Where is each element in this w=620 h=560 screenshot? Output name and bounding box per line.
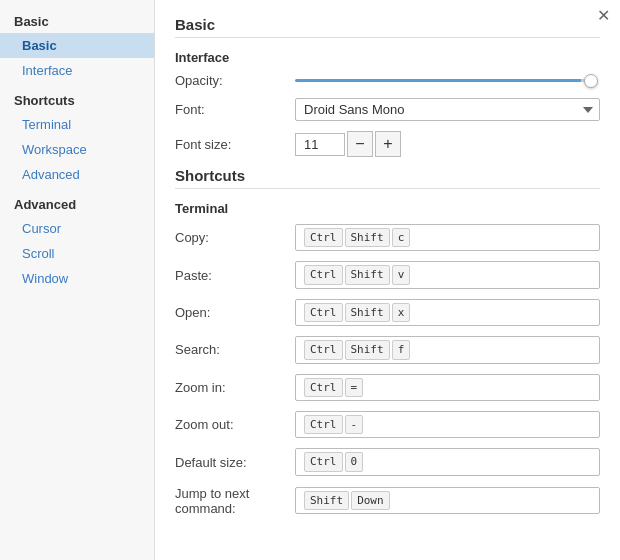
shortcut-input[interactable]: CtrlShiftf: [295, 336, 600, 363]
shortcut-label: Open:: [175, 305, 295, 320]
opacity-control: [295, 79, 600, 82]
font-size-row: Font size: 11 − +: [175, 131, 600, 157]
opacity-label: Opacity:: [175, 73, 295, 88]
sidebar-item-terminal[interactable]: Terminal: [0, 112, 154, 137]
font-size-label: Font size:: [175, 137, 295, 152]
key-badge: Ctrl: [304, 415, 343, 434]
key-badge: Shift: [345, 340, 390, 359]
font-size-input-group: 11 − +: [295, 131, 600, 157]
key-badge: Down: [351, 491, 390, 510]
sidebar-item-cursor[interactable]: Cursor: [0, 216, 154, 241]
page-title: Basic: [175, 16, 600, 38]
key-badge: v: [392, 265, 411, 284]
shortcut-label: Paste:: [175, 268, 295, 283]
font-control: Droid Sans Mono Consolas Courier New Mon…: [295, 98, 600, 121]
shortcut-row: Paste:CtrlShiftv: [175, 261, 600, 288]
shortcut-input[interactable]: Ctrl0: [295, 448, 600, 475]
shortcut-input[interactable]: CtrlShiftx: [295, 299, 600, 326]
dialog: ✕ Basic Basic Interface Shortcuts Termin…: [0, 0, 620, 560]
font-size-increase-button[interactable]: +: [375, 131, 401, 157]
sidebar: Basic Basic Interface Shortcuts Terminal…: [0, 0, 155, 560]
shortcut-label: Zoom in:: [175, 380, 295, 395]
shortcut-control: ShiftDown: [295, 487, 600, 514]
shortcut-label: Default size:: [175, 455, 295, 470]
shortcut-input[interactable]: ShiftDown: [295, 487, 600, 514]
shortcut-control: CtrlShiftv: [295, 261, 600, 288]
shortcut-row: Default size:Ctrl0: [175, 448, 600, 475]
shortcut-row: Jump to next command:ShiftDown: [175, 486, 600, 516]
opacity-row: Opacity:: [175, 73, 600, 88]
shortcut-control: Ctrl-: [295, 411, 600, 438]
shortcut-row: Copy:CtrlShiftc: [175, 224, 600, 251]
shortcut-control: Ctrl0: [295, 448, 600, 475]
key-badge: Ctrl: [304, 378, 343, 397]
key-badge: Shift: [345, 265, 390, 284]
shortcuts-title: Shortcuts: [175, 167, 600, 189]
key-badge: x: [392, 303, 411, 322]
shortcut-label: Jump to next command:: [175, 486, 295, 516]
sidebar-item-basic[interactable]: Basic: [0, 33, 154, 58]
key-badge: -: [345, 415, 364, 434]
shortcut-row: Search:CtrlShiftf: [175, 336, 600, 363]
key-badge: Ctrl: [304, 228, 343, 247]
key-badge: c: [392, 228, 411, 247]
key-badge: Shift: [345, 303, 390, 322]
key-badge: Shift: [304, 491, 349, 510]
shortcut-row: Open:CtrlShiftx: [175, 299, 600, 326]
key-badge: 0: [345, 452, 364, 471]
shortcut-label: Search:: [175, 342, 295, 357]
sidebar-section-shortcuts: Shortcuts: [0, 83, 154, 112]
font-row: Font: Droid Sans Mono Consolas Courier N…: [175, 98, 600, 121]
key-badge: Ctrl: [304, 452, 343, 471]
key-badge: f: [392, 340, 411, 359]
sidebar-item-window[interactable]: Window: [0, 266, 154, 291]
shortcut-input[interactable]: CtrlShiftv: [295, 261, 600, 288]
sidebar-item-interface[interactable]: Interface: [0, 58, 154, 83]
key-badge: Ctrl: [304, 303, 343, 322]
shortcut-control: Ctrl=: [295, 374, 600, 401]
shortcut-row: Zoom out:Ctrl-: [175, 411, 600, 438]
shortcut-row: Zoom in:Ctrl=: [175, 374, 600, 401]
sidebar-item-workspace[interactable]: Workspace: [0, 137, 154, 162]
shortcut-control: CtrlShiftx: [295, 299, 600, 326]
key-badge: Ctrl: [304, 340, 343, 359]
shortcut-input[interactable]: Ctrl=: [295, 374, 600, 401]
shortcut-input[interactable]: CtrlShiftc: [295, 224, 600, 251]
font-size-control: 11 − +: [295, 131, 600, 157]
terminal-subtitle: Terminal: [175, 201, 600, 216]
sidebar-section-basic: Basic: [0, 10, 154, 33]
shortcut-input[interactable]: Ctrl-: [295, 411, 600, 438]
font-size-value: 11: [295, 133, 345, 156]
opacity-slider-track: [295, 79, 596, 82]
font-size-decrease-button[interactable]: −: [347, 131, 373, 157]
shortcuts-container: Copy:CtrlShiftcPaste:CtrlShiftvOpen:Ctrl…: [175, 224, 600, 516]
sidebar-item-scroll[interactable]: Scroll: [0, 241, 154, 266]
close-button[interactable]: ✕: [597, 8, 610, 24]
font-select[interactable]: Droid Sans Mono Consolas Courier New Mon…: [295, 98, 600, 121]
key-badge: Ctrl: [304, 265, 343, 284]
shortcut-control: CtrlShiftc: [295, 224, 600, 251]
shortcut-label: Copy:: [175, 230, 295, 245]
interface-subtitle: Interface: [175, 50, 600, 65]
opacity-slider-thumb: [584, 74, 598, 88]
key-badge: =: [345, 378, 364, 397]
sidebar-section-advanced: Advanced: [0, 187, 154, 216]
main-content: Basic Interface Opacity: Font: Droid San…: [155, 0, 620, 560]
font-label: Font:: [175, 102, 295, 117]
dialog-body: Basic Basic Interface Shortcuts Terminal…: [0, 0, 620, 560]
key-badge: Shift: [345, 228, 390, 247]
sidebar-item-advanced-shortcuts[interactable]: Advanced: [0, 162, 154, 187]
shortcut-control: CtrlShiftf: [295, 336, 600, 363]
shortcut-label: Zoom out:: [175, 417, 295, 432]
